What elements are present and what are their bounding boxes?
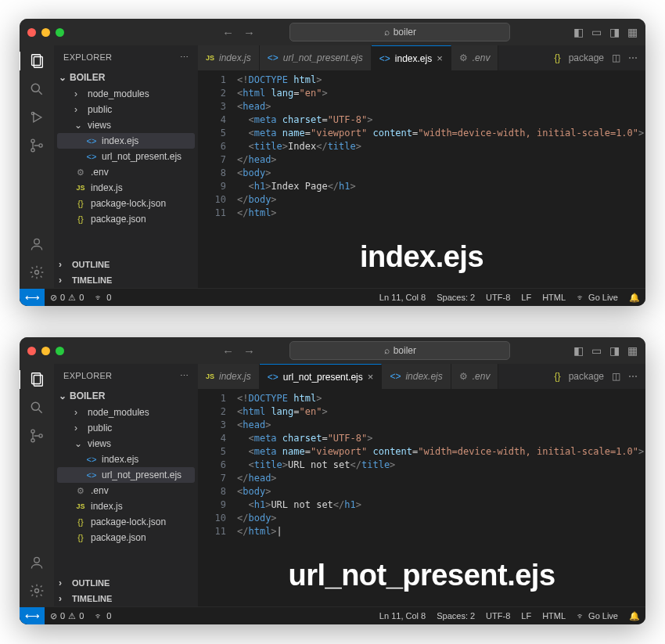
close-tab-icon[interactable]: × xyxy=(368,371,374,383)
language-status[interactable]: HTML xyxy=(537,611,571,621)
tree-file-url-ejs[interactable]: <>url_not_present.ejs xyxy=(57,467,195,483)
accounts-icon[interactable] xyxy=(27,235,46,254)
encoding-status[interactable]: UTF-8 xyxy=(480,611,516,621)
toggle-secondary-icon[interactable]: ◨ xyxy=(609,344,620,357)
tab-package[interactable]: package xyxy=(569,371,604,382)
explorer-view-icon[interactable] xyxy=(20,370,53,389)
tree-file-index-ejs[interactable]: <>index.ejs xyxy=(57,452,195,467)
run-debug-icon[interactable] xyxy=(27,108,46,127)
tab-index-js[interactable]: JSindex.js xyxy=(198,364,260,389)
tree-file-index-ejs[interactable]: <>index.ejs xyxy=(57,133,195,149)
settings-gear-icon[interactable] xyxy=(27,581,46,600)
ejs-file-icon: <> xyxy=(268,372,279,383)
tree-folder[interactable]: ›public xyxy=(57,102,195,117)
tree-folder[interactable]: ⌄views xyxy=(57,436,195,452)
tab-env[interactable]: ⚙.env xyxy=(451,364,499,389)
remote-indicator-icon[interactable]: ⟷ xyxy=(20,289,45,306)
problems-status[interactable]: ⊘0⚠0 xyxy=(45,611,89,621)
close-window-icon[interactable] xyxy=(27,28,36,37)
tab-package[interactable]: package xyxy=(569,52,604,63)
tree-file-env[interactable]: ⚙.env xyxy=(57,164,195,180)
explorer-more-icon[interactable]: ⋯ xyxy=(180,371,189,381)
encoding-status[interactable]: UTF-8 xyxy=(480,293,516,303)
notifications-icon[interactable]: 🔔 xyxy=(624,611,645,621)
tree-file-index-js[interactable]: JSindex.js xyxy=(57,180,195,196)
folder-root[interactable]: ⌄ BOILER xyxy=(54,387,198,405)
forward-icon[interactable]: → xyxy=(243,344,255,358)
ports-status[interactable]: ᯤ0 xyxy=(89,293,117,302)
tree-folder[interactable]: ›node_modules xyxy=(57,405,195,420)
split-editor-icon[interactable]: ◫ xyxy=(612,371,620,382)
chevron-right-icon: › xyxy=(59,259,68,270)
tree-file-pkg[interactable]: {}package.json xyxy=(57,211,195,227)
command-center-search[interactable]: ⌕ boiler xyxy=(289,23,510,41)
back-icon[interactable]: ← xyxy=(222,26,234,39)
tree-file-url-ejs[interactable]: <>url_not_present.ejs xyxy=(57,149,195,164)
toggle-sidebar-icon[interactable]: ◧ xyxy=(573,26,584,38)
eol-status[interactable]: LF xyxy=(516,293,537,303)
eol-status[interactable]: LF xyxy=(516,611,537,621)
outline-section[interactable]: ›OUTLINE xyxy=(54,575,198,591)
go-live-button[interactable]: ᯤGo Live xyxy=(571,611,624,621)
customize-layout-icon[interactable]: ▦ xyxy=(627,344,638,357)
minimize-window-icon[interactable] xyxy=(41,28,50,37)
source-control-icon[interactable] xyxy=(27,426,46,445)
ports-status[interactable]: ᯤ0 xyxy=(89,611,117,621)
close-window-icon[interactable] xyxy=(27,347,36,355)
back-icon[interactable]: ← xyxy=(222,344,234,358)
tree-file-pkg[interactable]: {}package.json xyxy=(57,530,195,545)
tree-file-pkg-lock[interactable]: {}package-lock.json xyxy=(57,514,195,530)
code-editor[interactable]: 1234567891011 <!DOCTYPE html> <html lang… xyxy=(198,389,645,538)
command-center-search[interactable]: ⌕ boiler xyxy=(289,341,510,360)
go-live-button[interactable]: ᯤGo Live xyxy=(571,293,624,303)
tree-folder[interactable]: ⌄views xyxy=(57,117,195,133)
indentation-status[interactable]: Spaces: 2 xyxy=(431,293,480,303)
notifications-icon[interactable]: 🔔 xyxy=(624,293,645,303)
search-view-icon[interactable] xyxy=(27,398,46,417)
toggle-panel-icon[interactable]: ▭ xyxy=(591,344,602,357)
tree-folder[interactable]: ›node_modules xyxy=(57,86,195,102)
tab-env[interactable]: ⚙.env xyxy=(451,45,499,70)
tree-file-env[interactable]: ⚙.env xyxy=(57,483,195,498)
tab-index-ejs[interactable]: <>index.ejs× xyxy=(372,45,451,70)
forward-icon[interactable]: → xyxy=(243,26,255,39)
line-gutter: 1234567891011 xyxy=(198,74,237,220)
accounts-icon[interactable] xyxy=(27,553,46,572)
language-status[interactable]: HTML xyxy=(537,293,571,303)
source-control-icon[interactable] xyxy=(27,136,46,155)
maximize-window-icon[interactable] xyxy=(56,28,64,37)
customize-layout-icon[interactable]: ▦ xyxy=(627,26,638,38)
more-icon[interactable]: ⋯ xyxy=(628,371,638,382)
cursor-position[interactable]: Ln 11, Col 8 xyxy=(374,611,431,621)
search-view-icon[interactable] xyxy=(27,80,46,99)
timeline-section[interactable]: ›TIMELINE xyxy=(54,272,198,288)
settings-gear-icon[interactable] xyxy=(27,263,46,282)
indentation-status[interactable]: Spaces: 2 xyxy=(431,611,480,621)
tab-url-ejs[interactable]: <>url_not_present.ejs xyxy=(260,45,372,70)
tab-url-ejs[interactable]: <>url_not_present.ejs× xyxy=(260,364,383,389)
maximize-window-icon[interactable] xyxy=(56,347,64,355)
minimize-window-icon[interactable] xyxy=(41,347,50,355)
tab-index-ejs[interactable]: <>index.ejs xyxy=(382,364,451,389)
more-icon[interactable]: ⋯ xyxy=(628,52,638,63)
svg-point-16 xyxy=(31,439,34,442)
code-editor[interactable]: 1234567891011 <!DOCTYPE html> <html lang… xyxy=(198,70,645,220)
close-tab-icon[interactable]: × xyxy=(437,52,443,64)
toggle-panel-icon[interactable]: ▭ xyxy=(591,26,602,38)
problems-status[interactable]: ⊘0⚠0 xyxy=(45,293,89,303)
tree-file-pkg-lock[interactable]: {}package-lock.json xyxy=(57,196,195,211)
tree-file-index-js[interactable]: JSindex.js xyxy=(57,498,195,514)
remote-indicator-icon[interactable]: ⟷ xyxy=(20,607,45,624)
tree-folder[interactable]: ›public xyxy=(57,420,195,436)
outline-section[interactable]: ›OUTLINE xyxy=(54,257,198,272)
split-editor-icon[interactable]: ◫ xyxy=(612,52,620,63)
toggle-sidebar-icon[interactable]: ◧ xyxy=(573,344,584,357)
explorer-more-icon[interactable]: ⋯ xyxy=(180,52,189,63)
explorer-view-icon[interactable] xyxy=(20,52,53,70)
cursor-position[interactable]: Ln 11, Col 8 xyxy=(374,293,431,303)
toggle-secondary-icon[interactable]: ◨ xyxy=(609,26,620,38)
folder-root[interactable]: ⌄ BOILER xyxy=(54,69,198,86)
chevron-right-icon: › xyxy=(74,423,84,434)
tab-index-js[interactable]: JSindex.js xyxy=(198,45,260,70)
timeline-section[interactable]: ›TIMELINE xyxy=(54,591,198,606)
